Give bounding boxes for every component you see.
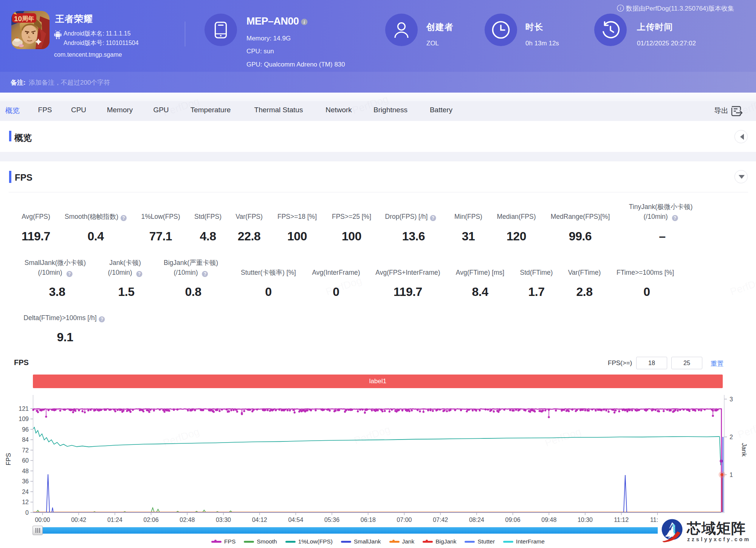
svg-text:84: 84 (22, 437, 29, 443)
svg-text:48: 48 (22, 468, 29, 474)
svg-text:36: 36 (22, 478, 29, 485)
svg-text:00:00: 00:00 (35, 517, 50, 523)
svg-text:08:24: 08:24 (469, 517, 484, 523)
svg-text:0: 0 (25, 509, 29, 516)
svg-text:96: 96 (22, 426, 29, 433)
svg-text:03:30: 03:30 (216, 517, 231, 523)
svg-text:60: 60 (22, 457, 29, 464)
svg-text:04:12: 04:12 (252, 517, 267, 523)
svg-text:24: 24 (22, 489, 29, 495)
svg-text:00:42: 00:42 (71, 517, 86, 523)
svg-text:05:36: 05:36 (324, 517, 339, 523)
svg-text:FPS: FPS (5, 453, 12, 465)
svg-text:121: 121 (19, 406, 29, 412)
svg-text:02:48: 02:48 (180, 517, 195, 523)
svg-text:01:24: 01:24 (107, 517, 122, 523)
svg-text:2: 2 (730, 434, 733, 440)
svg-text:10:30: 10:30 (578, 517, 593, 523)
svg-text:12: 12 (22, 499, 29, 505)
svg-text:109: 109 (19, 416, 29, 422)
svg-text:02:06: 02:06 (144, 517, 159, 523)
svg-text:06:18: 06:18 (361, 517, 376, 523)
svg-text:1: 1 (730, 472, 733, 478)
svg-text:09:48: 09:48 (541, 517, 556, 523)
svg-text:04:54: 04:54 (288, 517, 303, 523)
svg-text:07:00: 07:00 (397, 517, 412, 523)
svg-text:Jank: Jank (741, 443, 748, 457)
svg-text:3: 3 (730, 396, 733, 402)
svg-text:72: 72 (22, 447, 29, 454)
svg-text:11:12: 11:12 (614, 517, 629, 523)
svg-text:07:42: 07:42 (433, 517, 448, 523)
svg-text:09:06: 09:06 (505, 517, 521, 523)
